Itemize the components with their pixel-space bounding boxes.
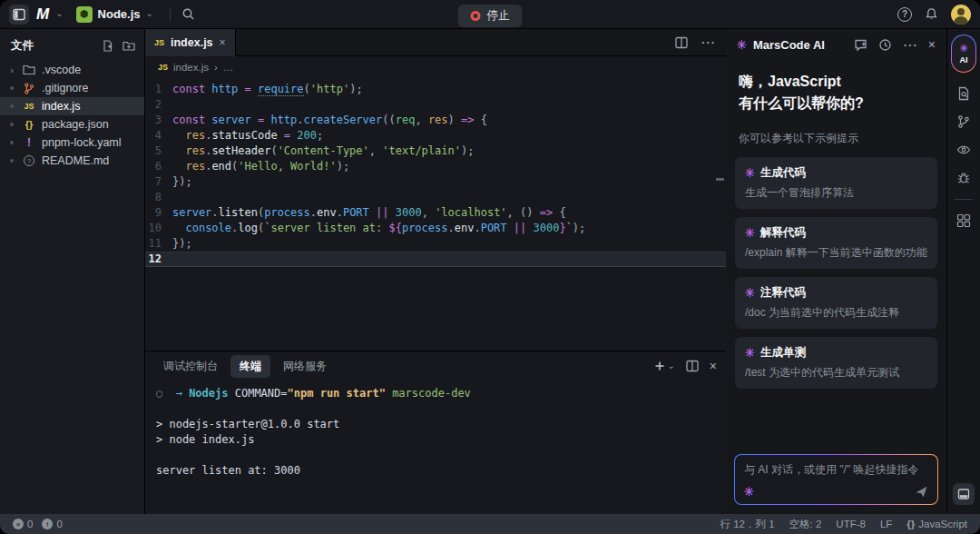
file-dot-icon [10, 86, 14, 90]
code-line-10[interactable]: 10 console.log(`server listen at: ${proc… [145, 221, 726, 236]
stop-icon [471, 11, 481, 21]
code-line-5[interactable]: 5 res.setHeader('Content-Type', 'text/pl… [145, 143, 726, 159]
code-line-7[interactable]: 7}); [145, 174, 726, 190]
ai-prompt-card-4[interactable]: ✳生成单测/test 为选中的代码生成单元测试 [735, 337, 937, 389]
file-name: .gitignore [42, 82, 88, 94]
right-activity-bar: ✳ AI [947, 29, 980, 514]
file-item--vscode[interactable]: ›.vscode [0, 61, 144, 79]
ai-input-sparkle-icon[interactable]: ✳ [744, 485, 754, 499]
terminal-tab-inactive[interactable]: 调试控制台 [154, 355, 227, 378]
file-item-package-json[interactable]: {}package.json [0, 115, 144, 134]
statusbar-item-label: LF [880, 519, 892, 529]
toggle-panel-icon[interactable] [953, 483, 975, 505]
card-sparkle-icon: ✳ [745, 286, 755, 300]
terminal-dropdown-chevron-icon[interactable]: ⌄ [667, 361, 674, 371]
project-chevron-down-icon: ⌄ [146, 8, 153, 18]
terminal-output[interactable]: ○ → Nodejs COMMAND="npm run start" marsc… [145, 381, 726, 514]
preview-sync-icon[interactable] [956, 143, 971, 157]
card-sparkle-icon: ✳ [745, 226, 755, 240]
expand-chevron-icon: › [7, 64, 16, 75]
code-text: }); [172, 174, 192, 190]
terminal-tab-inactive[interactable]: 网络服务 [274, 355, 336, 378]
sidebar-toggle-icon[interactable] [9, 5, 29, 25]
code-editor[interactable]: 1const http = require('http');23const se… [145, 78, 726, 351]
ai-prompt-card-3[interactable]: ✳注释代码/doc 为当前选中的代码生成注释 [735, 277, 937, 329]
card-title: 解释代码 [760, 225, 806, 241]
statusbar-item[interactable]: UTF-8 [836, 519, 866, 529]
statusbar-item[interactable]: LF [880, 519, 892, 529]
braces-icon: {} [906, 519, 915, 529]
code-text: const http = require('http'); [172, 82, 363, 97]
logo-chevron-down-icon[interactable]: ⌄ [55, 8, 63, 18]
new-folder-icon[interactable] [122, 40, 135, 52]
split-editor-icon[interactable] [675, 34, 688, 51]
new-file-icon[interactable] [102, 40, 113, 52]
warnings-status[interactable]: ! 0 [42, 519, 62, 529]
yaml-exclamation-icon: ! [22, 136, 36, 149]
new-terminal-icon[interactable]: ⌄ [654, 361, 674, 371]
code-line-3[interactable]: 3const server = http.createServer((req, … [145, 113, 726, 128]
code-text: res.end('Hello, World!'); [172, 159, 349, 174]
code-line-1[interactable]: 1const http = require('http'); [145, 82, 726, 97]
source-control-icon[interactable] [956, 114, 971, 129]
card-sparkle-icon: ✳ [745, 346, 755, 360]
file-item-pnpm-lock-yaml[interactable]: !pnpm-lock.yaml [0, 134, 144, 152]
user-avatar[interactable] [951, 5, 971, 25]
rail-ai-button[interactable]: ✳ AI [951, 35, 976, 73]
line-number: 1 [145, 82, 172, 97]
marscode-logo: M [36, 5, 48, 24]
file-item-README-md[interactable]: ?README.md [0, 152, 144, 170]
terminal-line: > node index.js [156, 432, 715, 448]
statusbar-item[interactable]: {}JavaScript [906, 519, 967, 529]
breadcrumb-more: … [223, 62, 234, 73]
new-chat-icon[interactable] [854, 38, 867, 52]
breadcrumb[interactable]: JS index.js › … [145, 56, 726, 78]
file-item--gitignore[interactable]: .gitignore [0, 79, 144, 97]
file-name: package.json [42, 118, 109, 131]
terminal-tab-active[interactable]: 终端 [230, 355, 270, 378]
ai-prompt-card-1[interactable]: ✳生成代码生成一个冒泡排序算法 [735, 157, 937, 209]
statusbar-item[interactable]: 空格: 2 [789, 518, 822, 531]
terminal-line: server listen at: 3000 [156, 463, 715, 479]
file-search-icon[interactable] [956, 86, 971, 101]
code-line-8[interactable]: 8 [145, 190, 726, 205]
bell-icon[interactable] [925, 7, 938, 21]
ide-window: M ⌄ ⬢ Node.js ⌄ 停止 ? [0, 0, 980, 534]
project-selector[interactable]: ⬢ Node.js ⌄ [71, 4, 159, 25]
ai-greeting: 嗨，JavaScript 有什么可以帮你的? [726, 60, 946, 114]
ai-sparkle-icon: ✳ [737, 38, 747, 52]
history-icon[interactable] [878, 38, 892, 52]
ai-panel-title: MarsCode AI [753, 38, 825, 52]
code-line-6[interactable]: 6 res.end('Hello, World!'); [145, 159, 726, 174]
ai-chat-input[interactable]: 与 AI 对话，或使用 "/" 唤起快捷指令 ✳ [734, 454, 938, 505]
tab-close-icon[interactable]: × [220, 36, 226, 49]
file-item-index-js[interactable]: JSindex.js [0, 97, 144, 115]
code-line-4[interactable]: 4 res.statusCode = 200; [145, 128, 726, 143]
breadcrumb-file: index.js [173, 62, 209, 73]
close-panel-icon[interactable]: × [710, 359, 717, 373]
tab-index-js[interactable]: JS index.js × [145, 29, 236, 56]
card-title: 注释代码 [760, 285, 806, 301]
editor-more-icon[interactable]: ⋯ [701, 34, 715, 51]
line-number: 10 [145, 221, 172, 236]
extensions-grid-icon[interactable] [956, 213, 971, 228]
code-text: }); [172, 236, 192, 252]
stop-button[interactable]: 停止 [458, 5, 523, 27]
code-line-11[interactable]: 11}); [145, 236, 726, 252]
errors-status[interactable]: × 0 [13, 519, 33, 529]
statusbar-item[interactable]: 行 12，列 1 [720, 518, 774, 531]
debug-bug-icon[interactable] [956, 171, 971, 185]
card-title: 生成代码 [760, 165, 806, 181]
ai-prompt-card-2[interactable]: ✳解释代码/explain 解释一下当前选中函数的功能 [735, 217, 937, 269]
error-icon: × [13, 519, 24, 529]
ai-more-icon[interactable]: ⋯ [903, 36, 917, 54]
card-description: /doc 为当前选中的代码生成注释 [745, 305, 927, 321]
code-line-9[interactable]: 9server.listen(process.env.PORT || 3000,… [145, 205, 726, 221]
code-line-12[interactable]: 12 [145, 252, 726, 267]
send-icon[interactable] [915, 485, 928, 499]
code-line-2[interactable]: 2 [145, 97, 726, 113]
ai-close-icon[interactable]: × [928, 37, 936, 52]
search-icon[interactable] [181, 7, 195, 21]
help-icon[interactable]: ? [897, 7, 912, 22]
split-terminal-icon[interactable] [686, 360, 699, 372]
